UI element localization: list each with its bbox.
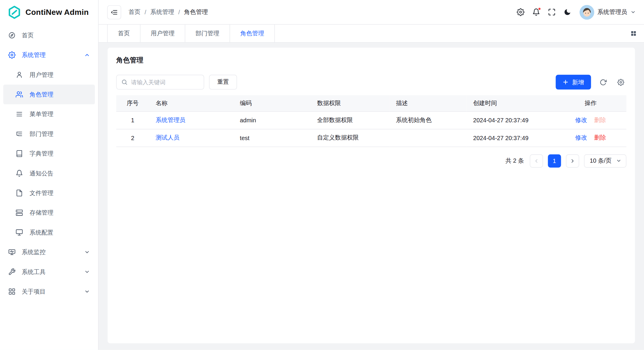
sidebar-item-label: 存储管理 bbox=[30, 209, 90, 216]
app-window: ContiNew Admin 首页 系统管理 用户管理 角色管理 bbox=[0, 0, 644, 350]
sidebar-item-role-management[interactable]: 角色管理 bbox=[3, 85, 95, 104]
desktop-icon bbox=[16, 229, 23, 236]
cell-index: 1 bbox=[116, 111, 149, 129]
table-row: 2 测试人员 test 自定义数据权限 2024-04-27 20:37:49 … bbox=[116, 129, 626, 146]
col-header-created: 创建时间 bbox=[466, 95, 555, 111]
tab-home[interactable]: 首页 bbox=[107, 25, 140, 42]
user-menu[interactable]: 系统管理员 bbox=[579, 5, 636, 20]
gear-icon bbox=[8, 51, 16, 59]
sidebar-item-user-management[interactable]: 用户管理 bbox=[3, 65, 95, 85]
settings-button[interactable] bbox=[513, 4, 529, 20]
sidebar-item-label: 部门管理 bbox=[30, 130, 90, 138]
menu-fold-icon bbox=[110, 8, 118, 16]
col-header-description: 描述 bbox=[389, 95, 466, 111]
refresh-icon bbox=[599, 79, 607, 86]
breadcrumb-home[interactable]: 首页 bbox=[129, 8, 140, 16]
sidebar: ContiNew Admin 首页 系统管理 用户管理 角色管理 bbox=[0, 0, 99, 350]
apps-grid-icon bbox=[630, 30, 637, 37]
cell-description: 系统初始角色 bbox=[389, 111, 466, 129]
pagination-next-button[interactable] bbox=[566, 154, 579, 167]
chevron-right-icon bbox=[569, 158, 575, 164]
fullscreen-button[interactable] bbox=[544, 4, 560, 20]
sidebar-item-home[interactable]: 首页 bbox=[3, 26, 95, 45]
plus-icon bbox=[563, 79, 568, 85]
tab-user-management[interactable]: 用户管理 bbox=[140, 25, 185, 42]
breadcrumb-system-management[interactable]: 系统管理 bbox=[150, 8, 174, 16]
search-input[interactable] bbox=[131, 79, 199, 85]
sidebar-item-system-monitor[interactable]: 系统监控 bbox=[3, 242, 95, 262]
dark-mode-button[interactable] bbox=[560, 4, 575, 20]
page-size-select[interactable]: 10 条/页 bbox=[584, 154, 626, 167]
sidebar-item-label: 系统工具 bbox=[22, 268, 78, 276]
tab-role-management[interactable]: 角色管理 bbox=[230, 25, 275, 42]
sidebar-item-dictionary-management[interactable]: 字典管理 bbox=[3, 144, 95, 163]
notifications-button[interactable] bbox=[529, 4, 544, 20]
sidebar-item-system-tools[interactable]: 系统工具 bbox=[3, 262, 95, 282]
pagination-prev-button[interactable] bbox=[530, 154, 543, 167]
notification-badge bbox=[538, 7, 541, 10]
bell-icon bbox=[16, 170, 23, 177]
add-button-label: 新增 bbox=[572, 78, 584, 86]
breadcrumb-separator: / bbox=[145, 9, 146, 15]
page-size-value: 10 条/页 bbox=[590, 157, 612, 164]
chevron-down-icon bbox=[616, 158, 621, 164]
role-name-link[interactable]: 测试人员 bbox=[156, 134, 179, 141]
tab-options-button[interactable] bbox=[630, 25, 644, 42]
table-settings-button[interactable] bbox=[615, 76, 626, 88]
tab-label: 首页 bbox=[118, 30, 130, 37]
edit-link[interactable]: 修改 bbox=[575, 134, 587, 141]
delete-link[interactable]: 删除 bbox=[594, 134, 606, 141]
toolbar-right: 新增 bbox=[556, 75, 626, 90]
chevron-down-icon bbox=[84, 249, 90, 255]
chevron-down-icon bbox=[630, 9, 636, 15]
sidebar-item-system-config[interactable]: 系统配置 bbox=[3, 223, 95, 242]
reset-button[interactable]: 重置 bbox=[209, 75, 237, 90]
chevron-up-icon bbox=[84, 52, 90, 58]
sidebar-item-about-project[interactable]: 关于项目 bbox=[3, 282, 95, 301]
sidebar-item-department-management[interactable]: 部门管理 bbox=[3, 124, 95, 144]
table-row: 1 系统管理员 admin 全部数据权限 系统初始角色 2024-04-27 2… bbox=[116, 111, 626, 129]
tree-icon bbox=[16, 130, 23, 138]
gear-icon bbox=[517, 8, 524, 16]
app-logo[interactable]: ContiNew Admin bbox=[0, 0, 98, 25]
pagination-page-1[interactable]: 1 bbox=[548, 154, 561, 167]
page-title: 角色管理 bbox=[116, 56, 626, 65]
sidebar-item-label: 系统配置 bbox=[30, 229, 90, 236]
tab-department-management[interactable]: 部门管理 bbox=[185, 25, 230, 42]
col-header-code: 编码 bbox=[233, 95, 311, 111]
delete-link-disabled: 删除 bbox=[594, 117, 606, 123]
avatar bbox=[579, 5, 594, 20]
tab-bar: 首页 用户管理 部门管理 角色管理 bbox=[99, 25, 644, 43]
cell-index: 2 bbox=[116, 129, 149, 146]
sidebar-item-label: 字典管理 bbox=[30, 150, 90, 157]
sidebar-item-file-management[interactable]: 文件管理 bbox=[3, 183, 95, 203]
sidebar-item-storage-management[interactable]: 存储管理 bbox=[3, 203, 95, 222]
sidebar-item-menu-management[interactable]: 菜单管理 bbox=[3, 104, 95, 124]
sidebar-item-notice[interactable]: 通知公告 bbox=[3, 164, 95, 183]
add-button[interactable]: 新增 bbox=[556, 75, 591, 90]
pagination-total: 共 2 条 bbox=[505, 157, 524, 164]
sidebar-item-system-management[interactable]: 系统管理 bbox=[3, 45, 95, 65]
moon-icon bbox=[564, 8, 571, 16]
sidebar-item-label: 角色管理 bbox=[30, 91, 90, 98]
edit-link[interactable]: 修改 bbox=[575, 117, 587, 123]
cell-created: 2024-04-27 20:37:49 bbox=[466, 129, 555, 146]
monitor-icon bbox=[8, 248, 16, 256]
breadcrumb-separator: / bbox=[178, 9, 180, 15]
page-content: 角色管理 重置 新增 bbox=[99, 43, 644, 350]
role-name-link[interactable]: 系统管理员 bbox=[156, 117, 185, 123]
storage-icon bbox=[16, 209, 23, 216]
tab-label: 角色管理 bbox=[240, 30, 264, 37]
cell-code: admin bbox=[233, 111, 311, 129]
sidebar-item-label: 系统监控 bbox=[22, 248, 78, 256]
grid-icon bbox=[8, 288, 16, 295]
sidebar-collapse-button[interactable] bbox=[107, 5, 121, 19]
file-icon bbox=[16, 189, 23, 197]
users-icon bbox=[16, 91, 23, 98]
col-header-permission: 数据权限 bbox=[311, 95, 390, 111]
sidebar-item-label: 菜单管理 bbox=[30, 110, 90, 118]
sidebar-item-label: 通知公告 bbox=[30, 170, 90, 177]
tab-label: 用户管理 bbox=[151, 30, 175, 37]
refresh-button[interactable] bbox=[597, 76, 609, 88]
cell-permission: 全部数据权限 bbox=[311, 111, 390, 129]
